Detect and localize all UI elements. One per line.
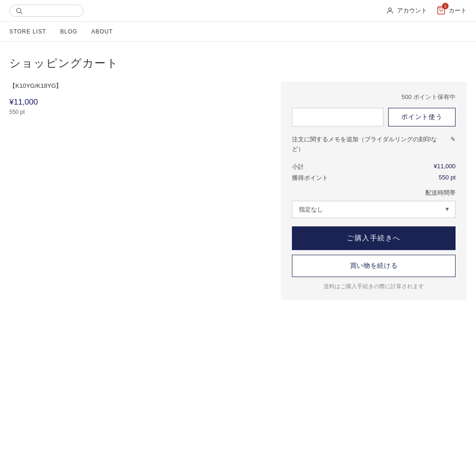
delivery-select-wrapper: 指定なし 午前中 14:00〜16:00 16:00〜18:00 18:00〜2…	[292, 201, 456, 218]
nav-bar: STORE LIST BLOG ABOUT	[0, 22, 476, 42]
cart-item: 【K10YG/K18YG】 ¥11,000 550 pt	[9, 82, 267, 115]
search-icon	[15, 7, 23, 14]
main-content: ショッピングカート 【K10YG/K18YG】 ¥11,000 550 pt 5…	[0, 42, 476, 318]
summary-rows: 小計 ¥11,000 獲得ポイント 550 pt	[292, 163, 456, 182]
shipping-note: 送料はご購入手続きの際に計算されます	[292, 283, 456, 291]
points-use-button[interactable]: ポイント使う	[388, 108, 456, 126]
account-label: アカウント	[397, 7, 427, 15]
account-link[interactable]: アカウント	[386, 7, 427, 15]
page-title: ショッピングカート	[9, 56, 467, 71]
cart-label: カート	[449, 7, 467, 15]
item-price: ¥11,000	[9, 98, 267, 107]
delivery-select[interactable]: 指定なし 午前中 14:00〜16:00 16:00〜18:00 18:00〜2…	[292, 201, 456, 218]
subtotal-label: 小計	[292, 163, 304, 171]
header-right: アカウント 1 カート	[386, 6, 467, 16]
svg-point-0	[17, 8, 21, 13]
cart-badge: 1	[442, 3, 449, 9]
nav-store-list[interactable]: STORE LIST	[9, 28, 46, 35]
memo-text: 注文に関するメモを追加（ブライダルリングの刻印など）	[292, 135, 448, 154]
earn-points-label: 獲得ポイント	[292, 174, 328, 182]
subtotal-value: ¥11,000	[434, 163, 456, 171]
cart-link[interactable]: 1 カート	[436, 6, 467, 16]
search-box[interactable]	[9, 5, 84, 17]
points-row: ポイント使う	[292, 108, 456, 126]
order-summary: 500 ポイント保有中 ポイント使う 注文に関するメモを追加（ブライダルリングの…	[281, 82, 467, 300]
svg-line-1	[20, 12, 22, 14]
continue-shopping-button[interactable]: 買い物を続ける	[292, 255, 456, 277]
nav-blog[interactable]: BLOG	[60, 28, 77, 35]
cart-icon-wrapper: 1	[436, 6, 446, 16]
subtotal-row: 小計 ¥11,000	[292, 163, 456, 171]
nav-about[interactable]: ABOUT	[92, 28, 113, 35]
points-held: 500 ポイント保有中	[292, 93, 456, 101]
memo-section: 注文に関するメモを追加（ブライダルリングの刻印など） ✎	[292, 135, 456, 154]
earn-points-row: 獲得ポイント 550 pt	[292, 174, 456, 182]
edit-icon[interactable]: ✎	[450, 135, 456, 145]
cart-items: 【K10YG/K18YG】 ¥11,000 550 pt	[9, 82, 267, 120]
svg-point-2	[389, 8, 391, 11]
item-points: 550 pt	[9, 109, 267, 115]
person-icon	[386, 7, 394, 15]
item-sku: 【K10YG/K18YG】	[9, 82, 267, 90]
cart-layout: 【K10YG/K18YG】 ¥11,000 550 pt 500 ポイント保有中…	[9, 82, 467, 300]
points-input[interactable]	[292, 108, 383, 126]
delivery-time-label: 配送時間帯	[292, 189, 456, 197]
header: アカウント 1 カート	[0, 0, 476, 22]
checkout-button[interactable]: ご購入手続きへ	[292, 226, 456, 250]
earn-points-value: 550 pt	[439, 174, 456, 182]
